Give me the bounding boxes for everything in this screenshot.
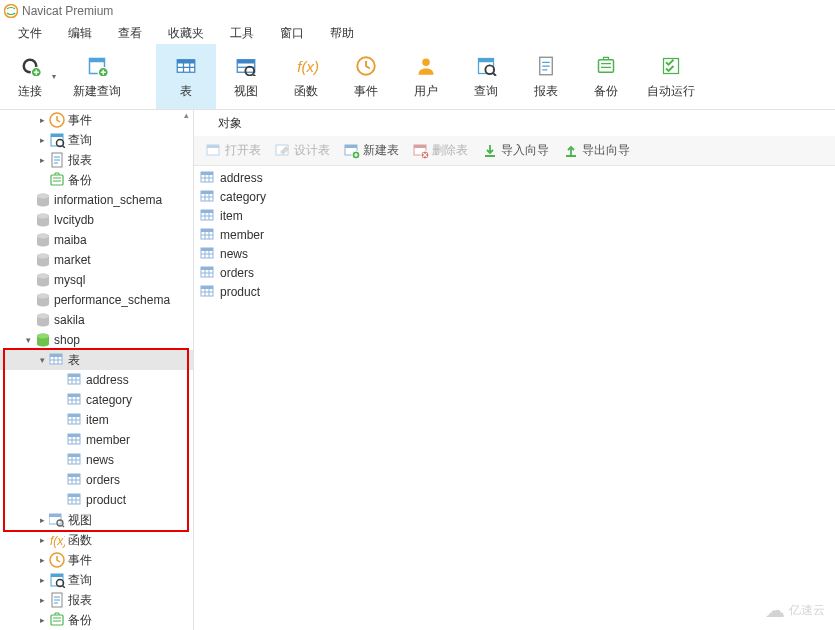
tree-label: information_schema	[54, 193, 162, 207]
object-item[interactable]: item	[198, 206, 831, 225]
tree-label: item	[86, 413, 109, 427]
toolbar-label: 查询	[474, 83, 498, 100]
tree-event[interactable]: ▸事件	[0, 550, 193, 570]
toolbar-label: 备份	[594, 83, 618, 100]
tree-report[interactable]: ▸报表	[0, 150, 193, 170]
toolbar-label: 事件	[354, 83, 378, 100]
expand-arrow-icon[interactable]: ▸	[36, 535, 48, 545]
backup-icon	[49, 612, 65, 628]
scroll-up-icon[interactable]: ▴	[179, 110, 193, 124]
toolbar-label: 表	[180, 83, 192, 100]
backup-icon	[593, 53, 619, 79]
tree-table-member[interactable]: ▸member	[0, 430, 193, 450]
database-icon	[35, 212, 51, 228]
database-active-icon	[35, 332, 51, 348]
tree-label: category	[86, 393, 132, 407]
object-label: item	[220, 209, 243, 223]
toolbar-backup[interactable]: 备份	[576, 44, 636, 109]
tree-db-mysql[interactable]: ▸mysql	[0, 270, 193, 290]
tree-query[interactable]: ▸查询	[0, 570, 193, 590]
action-design: 设计表	[269, 140, 336, 161]
query-icon	[49, 132, 65, 148]
tree-db-market[interactable]: ▸market	[0, 250, 193, 270]
tree-tables-node[interactable]: ▾表	[0, 350, 193, 370]
toolbar-table[interactable]: 表	[156, 44, 216, 109]
toolbar-label: 新建查询	[73, 83, 121, 100]
object-orders[interactable]: orders	[198, 263, 831, 282]
expand-arrow-icon[interactable]: ▸	[36, 115, 48, 125]
tree-backup[interactable]: ▸备份	[0, 170, 193, 190]
watermark: ☁ 亿速云	[765, 598, 825, 622]
menu-1[interactable]: 编辑	[56, 23, 104, 44]
tree-report[interactable]: ▸报表	[0, 590, 193, 610]
connect-dropdown-icon[interactable]: ▾	[52, 72, 56, 81]
tree-db-shop[interactable]: ▾shop	[0, 330, 193, 350]
object-address[interactable]: address	[198, 168, 831, 187]
toolbar-newquery[interactable]: 新建查询	[62, 44, 132, 109]
tree-db-sakila[interactable]: ▸sakila	[0, 310, 193, 330]
tree-table-address[interactable]: ▸address	[0, 370, 193, 390]
menu-5[interactable]: 窗口	[268, 23, 316, 44]
tree-query[interactable]: ▸查询	[0, 130, 193, 150]
object-news[interactable]: news	[198, 244, 831, 263]
toolbar-view[interactable]: 视图	[216, 44, 276, 109]
event-icon	[49, 552, 65, 568]
expand-arrow-icon[interactable]: ▸	[36, 575, 48, 585]
toolbar-label: 自动运行	[647, 83, 695, 100]
table-icon	[67, 492, 83, 508]
object-label: member	[220, 228, 264, 242]
action-export[interactable]: 导出向导	[557, 140, 636, 161]
expand-arrow-icon[interactable]: ▸	[36, 155, 48, 165]
object-product[interactable]: product	[198, 282, 831, 301]
toolbar-label: 用户	[414, 83, 438, 100]
tree-db-performance_schema[interactable]: ▸performance_schema	[0, 290, 193, 310]
action-label: 导入向导	[501, 142, 549, 159]
menu-3[interactable]: 收藏夹	[156, 23, 216, 44]
tree-db-lvcitydb[interactable]: ▸lvcitydb	[0, 210, 193, 230]
menu-6[interactable]: 帮助	[318, 23, 366, 44]
expand-arrow-icon[interactable]: ▾	[36, 355, 48, 365]
tree-table-item[interactable]: ▸item	[0, 410, 193, 430]
tree-db-maiba[interactable]: ▸maiba	[0, 230, 193, 250]
action-import[interactable]: 导入向导	[476, 140, 555, 161]
report-icon	[49, 592, 65, 608]
action-label: 设计表	[294, 142, 330, 159]
toolbar-function[interactable]: 函数	[276, 44, 336, 109]
tab-objects[interactable]: 对象	[210, 113, 250, 134]
object-list[interactable]: addresscategoryitemmembernewsordersprodu…	[194, 166, 835, 630]
menu-2[interactable]: 查看	[106, 23, 154, 44]
toolbar-report[interactable]: 报表	[516, 44, 576, 109]
tree-table-product[interactable]: ▸product	[0, 490, 193, 510]
tree-label: 备份	[68, 172, 92, 189]
tree-table-category[interactable]: ▸category	[0, 390, 193, 410]
sidebar-tree[interactable]: ▴ ▸事件▸查询▸报表▸备份▸information_schema▸lvcity…	[0, 110, 194, 630]
tree-fx[interactable]: ▸函数	[0, 530, 193, 550]
tree-backup[interactable]: ▸备份	[0, 610, 193, 630]
object-category[interactable]: category	[198, 187, 831, 206]
toolbar-schedule[interactable]: 自动运行	[636, 44, 706, 109]
action-label: 打开表	[225, 142, 261, 159]
object-member[interactable]: member	[198, 225, 831, 244]
toolbar-user[interactable]: 用户	[396, 44, 456, 109]
expand-arrow-icon[interactable]: ▸	[36, 595, 48, 605]
expand-arrow-icon[interactable]: ▸	[36, 615, 48, 625]
table-icon	[200, 227, 216, 243]
expand-arrow-icon[interactable]: ▸	[36, 515, 48, 525]
tree-table-news[interactable]: ▸news	[0, 450, 193, 470]
tree-view[interactable]: ▸视图	[0, 510, 193, 530]
toolbar-connect[interactable]: 连接	[0, 44, 60, 109]
tree-table-orders[interactable]: ▸orders	[0, 470, 193, 490]
menu-4[interactable]: 工具	[218, 23, 266, 44]
table-icon	[67, 412, 83, 428]
expand-arrow-icon[interactable]: ▸	[36, 135, 48, 145]
tree-db-information_schema[interactable]: ▸information_schema	[0, 190, 193, 210]
newquery-icon	[84, 53, 110, 79]
expand-arrow-icon[interactable]: ▾	[22, 335, 34, 345]
tree-label: shop	[54, 333, 80, 347]
toolbar-event[interactable]: 事件	[336, 44, 396, 109]
menu-0[interactable]: 文件	[6, 23, 54, 44]
action-new[interactable]: 新建表	[338, 140, 405, 161]
tree-event[interactable]: ▸事件	[0, 110, 193, 130]
expand-arrow-icon[interactable]: ▸	[36, 555, 48, 565]
toolbar-query[interactable]: 查询	[456, 44, 516, 109]
